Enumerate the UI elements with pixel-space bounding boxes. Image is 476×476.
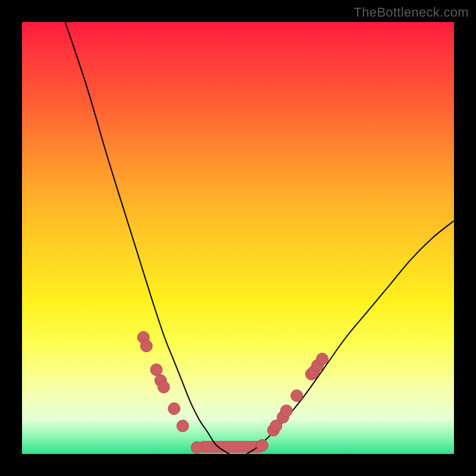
watermark-text: TheBottleneck.com — [354, 5, 469, 20]
data-dot-left-7 — [191, 441, 203, 453]
chart-frame: TheBottleneck.com — [0, 0, 476, 476]
data-dot-left-4 — [158, 381, 170, 393]
data-dot-right-9 — [317, 353, 328, 365]
curve-left-branch — [65, 22, 230, 454]
data-dot-right-0 — [256, 440, 268, 452]
data-dot-right-5 — [291, 390, 303, 402]
data-dot-right-4 — [280, 405, 292, 416]
data-dot-left-1 — [140, 340, 152, 352]
data-dot-left-5 — [168, 403, 180, 415]
data-dot-left-6 — [177, 420, 189, 432]
data-dot-left-2 — [151, 364, 162, 375]
chart-svg — [22, 22, 454, 454]
plot-area — [22, 22, 454, 454]
